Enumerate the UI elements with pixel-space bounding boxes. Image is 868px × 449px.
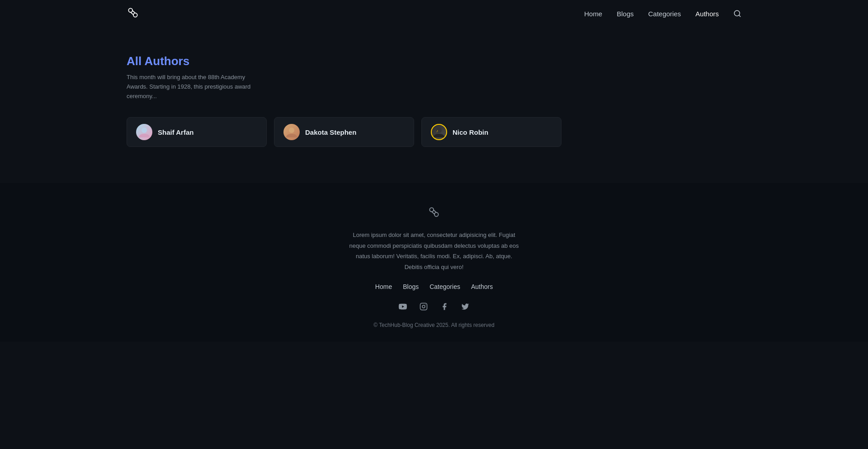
svg-text:♪: ♪ bbox=[436, 129, 438, 133]
svg-point-1 bbox=[133, 13, 137, 17]
svg-rect-14 bbox=[420, 303, 427, 310]
footer-nav: Home Blogs Categories Authors bbox=[127, 283, 741, 290]
logo[interactable] bbox=[127, 6, 139, 21]
footer-copyright: © TechHub-Blog Creative 2025. All rights… bbox=[127, 322, 741, 328]
instagram-icon[interactable] bbox=[417, 300, 430, 313]
svg-point-10 bbox=[429, 208, 434, 212]
svg-point-15 bbox=[422, 305, 425, 308]
svg-point-7 bbox=[289, 128, 294, 133]
facebook-icon[interactable] bbox=[438, 300, 451, 313]
svg-point-6 bbox=[142, 128, 147, 133]
author-name-dakota: Dakota Stephen bbox=[305, 128, 356, 136]
svg-line-3 bbox=[131, 12, 134, 15]
svg-line-13 bbox=[432, 212, 435, 215]
author-name-nico: Nico Robin bbox=[453, 128, 488, 136]
twitter-icon[interactable] bbox=[459, 300, 472, 313]
avatar-nico: ♪ bbox=[431, 124, 447, 140]
author-card-shaif[interactable]: Shaif Arfan bbox=[127, 117, 267, 147]
main-nav: Home Blogs Categories Authors bbox=[584, 9, 741, 18]
svg-point-0 bbox=[128, 8, 132, 12]
nav-blogs[interactable]: Blogs bbox=[617, 10, 634, 18]
author-name-shaif: Shaif Arfan bbox=[158, 128, 193, 136]
avatar-dakota bbox=[283, 124, 300, 140]
search-button[interactable] bbox=[733, 9, 741, 18]
page-description: This month will bring about the 88th Aca… bbox=[127, 73, 258, 101]
site-header: Home Blogs Categories Authors bbox=[0, 0, 868, 27]
svg-point-11 bbox=[434, 213, 439, 217]
site-footer: Lorem ipsum dolor sit amet, consectetur … bbox=[0, 183, 868, 342]
author-card-nico[interactable]: ♪ Nico Robin bbox=[421, 117, 561, 147]
social-icons bbox=[127, 300, 741, 313]
main-content: All Authors This month will bring about … bbox=[0, 27, 868, 183]
page-title: All Authors bbox=[127, 54, 741, 68]
author-card-dakota[interactable]: Dakota Stephen bbox=[274, 117, 414, 147]
footer-logo bbox=[127, 206, 741, 222]
nav-categories[interactable]: Categories bbox=[648, 10, 681, 18]
footer-nav-categories[interactable]: Categories bbox=[429, 283, 460, 290]
footer-nav-blogs[interactable]: Blogs bbox=[403, 283, 419, 290]
svg-line-12 bbox=[433, 210, 436, 213]
nav-authors[interactable]: Authors bbox=[695, 10, 719, 18]
svg-point-16 bbox=[425, 304, 426, 305]
nav-home[interactable]: Home bbox=[584, 10, 602, 18]
footer-description: Lorem ipsum dolor sit amet, consectetur … bbox=[348, 230, 520, 272]
footer-nav-home[interactable]: Home bbox=[375, 283, 392, 290]
youtube-icon[interactable] bbox=[396, 300, 409, 313]
svg-line-2 bbox=[132, 10, 135, 13]
authors-grid: Shaif Arfan Dakota Stephen ♪ Nico Robin bbox=[127, 117, 741, 147]
avatar-shaif bbox=[136, 124, 152, 140]
footer-nav-authors[interactable]: Authors bbox=[471, 283, 493, 290]
svg-line-5 bbox=[739, 15, 740, 16]
